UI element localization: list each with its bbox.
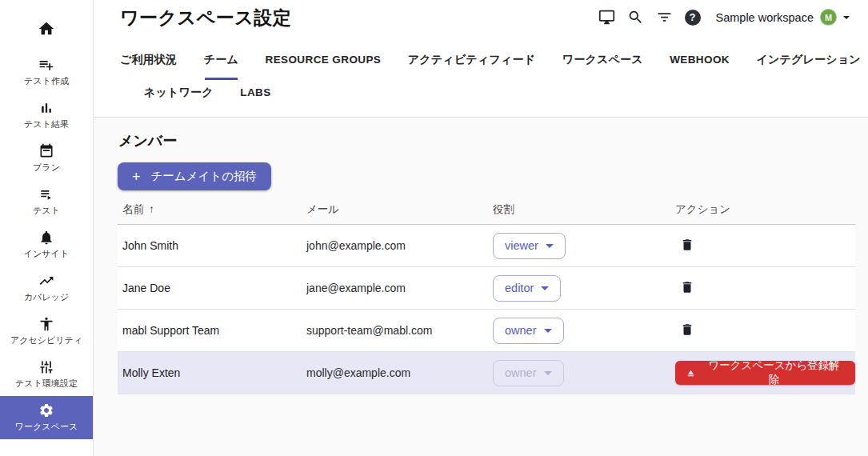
sidebar-item-label: アクセシビリティ (10, 334, 82, 346)
table-row: mabl Support Team support-team@mabl.com … (118, 310, 855, 352)
unregister-from-workspace-button[interactable]: ワークスペースから登録解除 (675, 361, 855, 385)
sort-ascending-icon: ↑ (149, 203, 154, 215)
sidebar-item-test-results[interactable]: テスト結果 (0, 94, 93, 137)
tab-network[interactable]: ネットワーク (144, 86, 214, 100)
delete-member-button[interactable] (678, 278, 696, 296)
chevron-down-icon (843, 16, 850, 19)
sidebar-item-label: テスト結果 (24, 118, 69, 130)
table-row: Jane Doe jane@example.com editor (118, 267, 855, 310)
plus-icon: + (132, 170, 141, 184)
workspace-switcher[interactable]: Sample workspace M (716, 9, 850, 26)
role-dropdown[interactable]: owner (493, 318, 564, 344)
tab-labs[interactable]: LABS (240, 86, 270, 98)
member-email: support-team@mabl.com (302, 324, 488, 337)
role-value: owner (505, 366, 537, 379)
member-name: John Smith (118, 239, 302, 252)
sidebar-item-label: カバレッジ (24, 291, 69, 303)
bar-chart-icon (38, 100, 54, 116)
avatar: M (820, 9, 837, 26)
column-header-email[interactable]: メール (302, 202, 488, 217)
tab-bar-row2: ネットワーク LABS (120, 85, 868, 100)
role-dropdown[interactable]: editor (493, 275, 561, 302)
sidebar-item-label: インサイト (24, 248, 69, 260)
role-value: owner (505, 324, 537, 337)
sidebar-item-home[interactable] (0, 11, 93, 46)
sidebar-item-accessibility[interactable]: アクセシビリティ (0, 310, 93, 353)
eject-icon (686, 368, 696, 378)
bell-icon (38, 230, 54, 246)
members-table: 名前↑ メール 役割 アクション John Smith john@example… (118, 194, 855, 394)
search-button[interactable] (627, 9, 644, 26)
home-icon (38, 20, 55, 38)
top-bar: ワークスペース設定 (94, 0, 868, 118)
app-root: テスト作成 テスト結果 プラン テスト インサイト (0, 0, 868, 456)
search-icon (627, 9, 644, 26)
tab-usage[interactable]: ご利用状況 (120, 53, 177, 67)
invite-teammate-button[interactable]: + チームメイトの招待 (118, 162, 271, 190)
tab-integrations[interactable]: インテグレーション (756, 53, 860, 67)
member-email: molly@example.com (302, 366, 488, 379)
sidebar-item-test-creation[interactable]: テスト作成 (0, 50, 93, 94)
filter-icon (656, 9, 673, 26)
member-name: Jane Doe (118, 282, 302, 294)
column-header-actions: アクション (670, 202, 855, 217)
sidebar-item-label: テスト環境設定 (15, 378, 78, 390)
page-title: ワークスペース設定 (120, 6, 291, 30)
sidebar-item-test-environment-settings[interactable]: テスト環境設定 (0, 353, 93, 396)
role-dropdown[interactable]: viewer (493, 233, 566, 259)
chevron-down-icon (544, 329, 552, 333)
invite-teammate-label: チームメイトの招待 (151, 169, 258, 184)
calendar-icon (38, 143, 54, 159)
top-actions: ? Sample workspace M (598, 6, 850, 26)
trash-icon (680, 238, 694, 252)
sidebar-item-coverage[interactable]: カバレッジ (0, 266, 93, 310)
sidebar-item-label: プラン (33, 162, 60, 174)
members-section: メンバー + チームメイトの招待 名前↑ メール 役割 アクション John S… (94, 118, 868, 456)
trash-icon (680, 322, 694, 337)
workspace-name: Sample workspace (716, 11, 814, 24)
gear-icon (38, 402, 54, 418)
sidebar-item-insights[interactable]: インサイト (0, 223, 93, 266)
delete-member-button[interactable] (678, 236, 696, 254)
role-value: viewer (505, 239, 538, 252)
sidebar-item-label: テスト (33, 205, 60, 217)
tab-webhook[interactable]: WEBHOOK (670, 54, 730, 66)
unregister-label: ワークスペースから登録解除 (703, 358, 845, 387)
playlist-add-icon (38, 57, 54, 73)
sidebar-item-workspace[interactable]: ワークスペース (0, 396, 93, 439)
tab-activity-feed[interactable]: アクティビティフィード (408, 53, 535, 67)
tune-icon (38, 359, 54, 375)
sidebar-item-plans[interactable]: プラン (0, 137, 93, 180)
sidebar-item-label: テスト作成 (24, 75, 69, 87)
member-email: jane@example.com (302, 282, 488, 294)
role-dropdown-disabled: owner (493, 360, 564, 386)
column-header-role[interactable]: 役割 (488, 202, 670, 217)
column-header-name[interactable]: 名前↑ (118, 202, 302, 217)
member-name: mabl Support Team (118, 324, 302, 337)
chevron-down-icon (541, 286, 549, 290)
help-icon: ? (685, 10, 701, 26)
trash-icon (680, 280, 694, 294)
monitor-icon (598, 9, 615, 26)
sidebar-item-label: ワークスペース (15, 421, 78, 433)
tab-team[interactable]: チーム (204, 53, 238, 67)
trending-up-icon (38, 273, 54, 289)
help-button[interactable]: ? (685, 10, 701, 26)
chevron-down-icon (544, 371, 552, 375)
chevron-down-icon (546, 244, 554, 248)
role-value: editor (505, 282, 534, 294)
table-row-current-user: Molly Exten molly@example.com owner (118, 352, 855, 394)
tab-workspace[interactable]: ワークスペース (562, 53, 643, 67)
sidebar: テスト作成 テスト結果 プラン テスト インサイト (0, 0, 94, 456)
section-title: メンバー (118, 131, 868, 150)
member-email: john@example.com (302, 239, 488, 252)
main-area: ワークスペース設定 (94, 0, 868, 456)
delete-member-button[interactable] (678, 321, 696, 338)
sidebar-item-tests[interactable]: テスト (0, 180, 93, 223)
accessibility-icon (38, 316, 54, 332)
desktop-monitor-button[interactable] (598, 9, 615, 26)
tab-bar-row1: ご利用状況 チーム RESOURCE GROUPS アクティビティフィード ワー… (120, 52, 868, 67)
filter-button[interactable] (656, 9, 673, 26)
tab-resource-groups[interactable]: RESOURCE GROUPS (266, 54, 382, 66)
member-name: Molly Exten (118, 366, 302, 379)
